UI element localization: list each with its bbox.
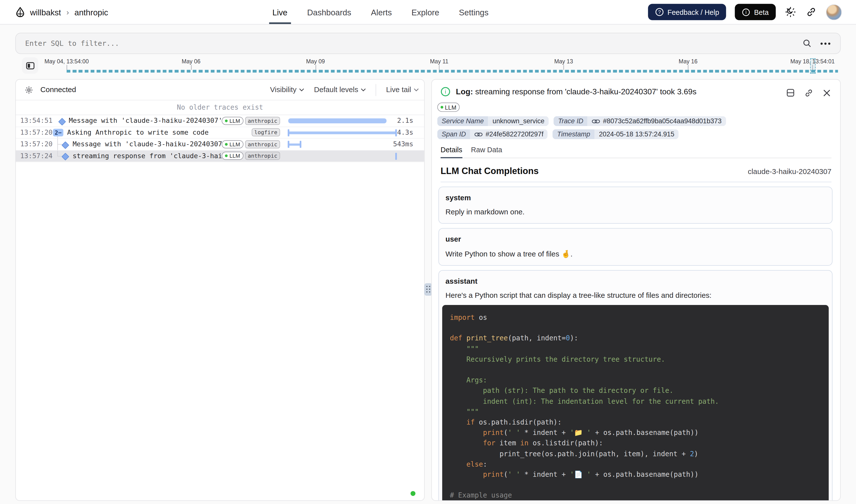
feedback-help-button[interactable]: ? Feedback / Help [648, 4, 726, 20]
trace-row[interactable]: 13:57:202−Asking Anthropic to write some… [16, 127, 424, 138]
share-link-icon[interactable] [805, 6, 817, 18]
trace-tags: logfire [252, 128, 280, 137]
duration-bar-cap [395, 129, 397, 136]
tab-explore[interactable]: Explore [412, 0, 439, 24]
trace-row[interactable]: 13:57:24streaming response from 'claude-… [16, 150, 424, 162]
trace-row[interactable]: 13:57:20Message with 'claude-3-haiku-202… [16, 139, 424, 150]
trace-label[interactable]: Asking Anthropic to write some code [67, 128, 209, 136]
divider [376, 84, 376, 95]
info-circle-icon: i [742, 8, 750, 16]
beta-button[interactable]: i Beta [735, 4, 776, 20]
meta-value[interactable]: #8073c52a62ffb9ba05c4aa948d01b373 [588, 116, 726, 126]
trace-time: 13:57:20 [20, 128, 53, 136]
sql-filter-bar [15, 33, 841, 54]
search-icon[interactable] [801, 37, 813, 49]
sql-filter-input[interactable] [16, 39, 801, 48]
sidebar-toggle-button[interactable] [22, 57, 38, 73]
llm-tag: LLM [437, 103, 459, 112]
section-header: LLM Chat Completions claude-3-haiku-2024… [441, 166, 832, 182]
live-tail-dropdown[interactable]: Live tail [386, 86, 419, 94]
duration-bar-cap [395, 152, 397, 160]
scope-tag: anthropic [245, 116, 280, 125]
main-panels: Connected Visibility Default levels Live… [15, 79, 841, 501]
span-diamond-icon [62, 153, 69, 160]
timeline-date-label: May 13 [554, 58, 573, 65]
theme-toggle-icon[interactable] [784, 6, 796, 18]
trace-label[interactable]: streaming response from 'claude-3-haiku-… [73, 152, 235, 160]
duration-bar [288, 131, 396, 134]
timeline-date-label: May 18, 13:54:01 [790, 58, 835, 65]
trace-tags: LLManthropic [222, 152, 280, 160]
trace-row[interactable]: 13:54:51Message with 'claude-3-haiku-202… [16, 115, 424, 127]
timeline-date-label: May 04, 13:54:00 [44, 58, 89, 65]
timeline-track[interactable]: May 04, 13:54:00May 06May 09May 11May 13… [67, 57, 825, 77]
meta-value: unknown_service [488, 116, 549, 126]
question-circle-icon: ? [655, 8, 664, 16]
logfire-logo-icon[interactable] [15, 6, 26, 17]
llm-tag: LLM [222, 140, 243, 148]
trace-tags: LLManthropic [222, 140, 280, 148]
timeline-tick [316, 65, 316, 70]
trace-duration: 4.3s [397, 128, 413, 136]
duration-bar-cap [288, 129, 290, 136]
meta-label: Service Name [437, 116, 488, 126]
avatar[interactable] [826, 4, 842, 20]
panel-layout-icon[interactable] [784, 87, 796, 98]
trace-label[interactable]: Message with 'claude-3-haiku-20240307' [69, 117, 223, 125]
chevron-down-icon [299, 88, 304, 91]
scope-tag: anthropic [245, 152, 280, 160]
span-diamond-icon [58, 118, 66, 125]
message-card-user: userWrite Python to show a tree of files… [438, 228, 833, 266]
more-options-icon[interactable] [821, 42, 831, 44]
meta-value[interactable]: #24fe5822720f297f [470, 129, 548, 139]
tab-raw-data[interactable]: Raw Data [471, 146, 502, 158]
timeline-date-label: May 11 [430, 58, 448, 65]
message-role: user [446, 235, 829, 243]
duration-bar-cap [299, 141, 301, 148]
breadcrumb-org[interactable]: willbakst [30, 7, 61, 17]
svg-text:?: ? [658, 10, 661, 15]
breadcrumb-project[interactable]: anthropic [74, 7, 108, 17]
live-indicator-dot [410, 491, 415, 496]
link-icon [475, 131, 483, 137]
visibility-dropdown[interactable]: Visibility [270, 86, 304, 94]
tab-live[interactable]: Live [273, 0, 287, 24]
meta-badge-timestamp: Timestamp2024-05-18 13:57:24.915 [553, 129, 679, 139]
timeline-tick [191, 65, 191, 70]
trace-label[interactable]: Message with 'claude-3-haiku-20240307' [73, 140, 226, 148]
timeline-date-label: May 09 [306, 58, 325, 65]
tab-dashboards[interactable]: Dashboards [307, 0, 351, 24]
top-bar: willbakst › anthropic LiveDashboardsAler… [0, 0, 856, 24]
trace-time: 13:54:51 [20, 117, 53, 125]
trace-rows: 13:54:51Message with 'claude-3-haiku-202… [16, 115, 424, 162]
message-card-assistant: assistantHere's a Python script that can… [438, 270, 833, 501]
meta-label: Trace ID [554, 116, 588, 126]
meta-label: Span ID [437, 129, 470, 139]
timeline-tick [688, 65, 688, 70]
meta-badge-trace-id: Trace ID#8073c52a62ffb9ba05c4aa948d01b37… [554, 116, 726, 126]
default-levels-dropdown[interactable]: Default levels [314, 86, 366, 94]
trace-time: 13:57:24 [20, 152, 53, 160]
tab-alerts[interactable]: Alerts [371, 0, 392, 24]
detail-header: i Log: streaming response from 'claude-3… [432, 80, 840, 112]
duration-bar-track [288, 115, 396, 126]
collapse-badge[interactable]: 2− [53, 128, 64, 136]
close-icon[interactable] [821, 87, 833, 98]
gear-icon[interactable] [24, 85, 33, 94]
timeline-tick [439, 65, 440, 70]
duration-bar-track [288, 127, 396, 138]
trace-panel: Connected Visibility Default levels Live… [15, 79, 425, 501]
top-bar-right: ? Feedback / Help i Beta [648, 0, 842, 24]
code-block: import os def print_tree(path, indent=0)… [442, 305, 829, 501]
main-nav: LiveDashboardsAlertsExploreSettings [273, 0, 488, 24]
timeline-date-label: May 06 [181, 58, 200, 65]
copy-link-icon[interactable] [803, 87, 815, 98]
tab-details[interactable]: Details [441, 146, 462, 158]
tab-settings[interactable]: Settings [459, 0, 488, 24]
chevron-down-icon [414, 88, 419, 91]
connection-status: Connected [40, 86, 76, 94]
svg-text:i: i [746, 9, 747, 15]
app-viewport: willbakst › anthropic LiveDashboardsAler… [0, 0, 856, 504]
trace-duration: 2.1s [397, 117, 413, 125]
svg-text:i: i [445, 89, 446, 95]
